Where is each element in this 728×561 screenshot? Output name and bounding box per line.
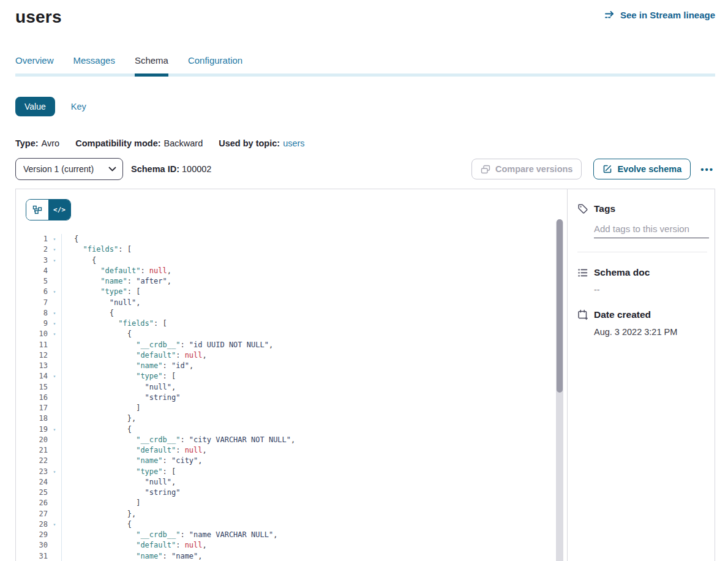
code-line: 22 "name": "city",	[26, 456, 567, 466]
code-line: 23▾ "type": [	[26, 467, 567, 477]
tags-input[interactable]	[594, 224, 709, 238]
fold-marker-icon	[48, 413, 61, 424]
code-text: "__crdb__": "id UUID NOT NULL",	[61, 340, 273, 350]
fold-marker-icon[interactable]: ▾	[48, 318, 61, 329]
line-number: 18	[26, 413, 48, 424]
more-options-button[interactable]: •••	[699, 162, 715, 177]
schema-doc-icon	[577, 268, 588, 278]
fold-marker-icon	[48, 276, 61, 287]
code-text: {	[61, 424, 132, 435]
line-number: 8	[26, 308, 48, 318]
code-line: 16 "string"	[26, 393, 567, 403]
code-line: 2▾ "fields": [	[26, 244, 567, 255]
code-view-icon: </>	[53, 206, 66, 214]
fold-marker-icon[interactable]: ▾	[48, 329, 61, 339]
fold-marker-icon	[48, 488, 61, 498]
tree-view-button[interactable]	[26, 200, 48, 220]
code-line: 14▾ "type": [	[26, 371, 567, 382]
topic-link[interactable]: users	[283, 138, 304, 148]
code-text: "default": null,	[61, 350, 207, 361]
line-number: 29	[26, 530, 48, 540]
line-number: 20	[26, 435, 48, 445]
code-line: 24 "null",	[26, 477, 567, 488]
code-line: 19▾ {	[26, 424, 567, 435]
value-toggle-button[interactable]: Value	[15, 97, 55, 116]
tags-heading: Tags	[594, 203, 615, 214]
edit-icon	[602, 164, 612, 174]
tab-schema[interactable]: Schema	[135, 55, 168, 77]
code-line: 26 ]	[26, 498, 567, 508]
fold-marker-icon[interactable]: ▾	[48, 308, 61, 318]
code-line: 21 "default": null,	[26, 445, 567, 456]
code-text: "__crdb__": "city VARCHAR NOT NULL",	[61, 435, 295, 445]
line-number: 22	[26, 456, 48, 466]
see-in-stream-lineage-link[interactable]: See in Stream lineage	[604, 10, 715, 20]
tab-bar: Overview Messages Schema Configuration	[15, 55, 715, 77]
line-number: 15	[26, 382, 48, 393]
version-select[interactable]: Version 1 (current)	[15, 158, 123, 180]
line-number: 4	[26, 266, 48, 276]
code-text: {	[61, 329, 132, 339]
evolve-schema-button[interactable]: Evolve schema	[593, 159, 691, 179]
code-line: 12 "default": null,	[26, 350, 567, 361]
line-number: 11	[26, 340, 48, 350]
fold-marker-icon[interactable]: ▾	[48, 255, 61, 266]
see-in-stream-lineage-label: See in Stream lineage	[620, 10, 715, 20]
scrollbar[interactable]	[556, 219, 563, 561]
code-editor[interactable]: 1▾{2▾ "fields": [3▾ {4 "default": null,5…	[26, 234, 567, 561]
compare-versions-icon	[481, 165, 490, 174]
code-line: 18 },	[26, 413, 567, 424]
fold-marker-icon[interactable]: ▾	[48, 467, 61, 477]
page: users See in Stream lineage Overview Mes…	[0, 0, 728, 561]
code-line: 10▾ {	[26, 329, 567, 339]
code-line: 9▾ "fields": [	[26, 318, 567, 329]
fold-marker-icon	[48, 530, 61, 540]
line-number: 1	[26, 234, 48, 244]
code-line: 13 "name": "id",	[26, 361, 567, 371]
code-text: {	[61, 519, 132, 530]
fold-marker-icon	[48, 403, 61, 413]
compare-versions-button[interactable]: Compare versions	[471, 159, 582, 179]
code-pane: </> 1▾{2▾ "fields": [3▾ {4 "default": nu…	[16, 189, 567, 561]
code-text: "null",	[61, 477, 176, 488]
code-line: 1▾{	[26, 234, 567, 244]
tab-messages[interactable]: Messages	[73, 55, 115, 73]
line-number: 27	[26, 509, 48, 519]
tab-overview[interactable]: Overview	[15, 55, 54, 73]
fold-marker-icon	[48, 477, 61, 488]
type-value: Avro	[42, 138, 60, 148]
schema-id-label: Schema ID:	[131, 164, 179, 174]
line-number: 17	[26, 403, 48, 413]
code-line: 3▾ {	[26, 255, 567, 266]
code-text: "default": null,	[61, 266, 171, 276]
line-number: 23	[26, 467, 48, 477]
line-number: 10	[26, 329, 48, 339]
code-line: 25 "string"	[26, 488, 567, 498]
code-line: 8▾ {	[26, 308, 567, 318]
fold-marker-icon[interactable]: ▾	[48, 244, 61, 255]
code-text: "type": [	[61, 287, 140, 297]
code-text: "name": "after",	[61, 276, 171, 287]
code-line: 29 "__crdb__": "name VARCHAR NULL",	[26, 530, 567, 540]
sidebar: Tags Schema doc	[567, 189, 715, 561]
key-toggle-button[interactable]: Key	[71, 102, 86, 111]
fold-marker-icon[interactable]: ▾	[48, 371, 61, 382]
fold-marker-icon[interactable]: ▾	[48, 519, 61, 530]
fold-marker-icon[interactable]: ▾	[48, 424, 61, 435]
fold-marker-icon	[48, 266, 61, 276]
type-label: Type:	[15, 138, 39, 148]
code-text: "null",	[61, 382, 176, 393]
line-number: 5	[26, 276, 48, 287]
schema-meta-row: Type: Avro Compatibility mode: Backward …	[15, 138, 728, 148]
fold-marker-icon	[48, 298, 61, 308]
line-number: 25	[26, 488, 48, 498]
compare-versions-label: Compare versions	[495, 164, 573, 174]
fold-marker-icon[interactable]: ▾	[48, 234, 61, 244]
code-view-button[interactable]: </>	[48, 200, 70, 220]
fold-marker-icon	[48, 509, 61, 519]
calendar-plus-icon	[577, 309, 588, 320]
tab-configuration[interactable]: Configuration	[188, 55, 242, 73]
fold-marker-icon[interactable]: ▾	[48, 287, 61, 297]
scrollbar-thumb[interactable]	[557, 219, 563, 393]
code-line: 5 "name": "after",	[26, 276, 567, 287]
